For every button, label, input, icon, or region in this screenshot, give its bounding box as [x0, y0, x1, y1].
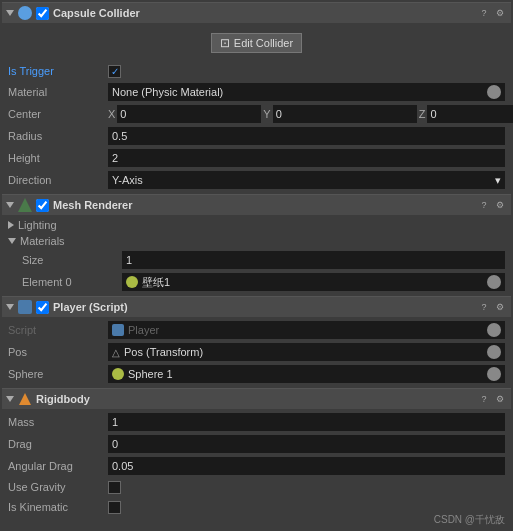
mass-input[interactable]	[108, 413, 505, 431]
collapse-arrow-icon	[6, 10, 14, 16]
direction-row: Direction Y-Axis ▾	[2, 169, 511, 191]
edit-collider-label: Edit Collider	[234, 37, 293, 49]
script-icon	[112, 324, 124, 336]
element0-inner: 壁纸1	[126, 275, 170, 290]
lighting-arrow-icon	[8, 221, 14, 229]
player-script-title: Player (Script)	[53, 301, 473, 313]
capsule-collider-enabled-checkbox[interactable]	[36, 7, 49, 20]
sphere-pick-icon[interactable]	[487, 367, 501, 381]
edit-collider-button[interactable]: ⊡ Edit Collider	[211, 33, 302, 53]
direction-dropdown-icon: ▾	[495, 174, 501, 187]
settings-icon[interactable]: ⚙	[493, 6, 507, 20]
capsule-collider-icons: ? ⚙	[477, 6, 507, 20]
is-kinematic-label: Is Kinematic	[8, 501, 108, 513]
materials-arrow-icon	[8, 238, 16, 244]
sphere-icon	[112, 368, 124, 380]
sphere-value: Sphere 1	[128, 368, 173, 380]
lighting-section[interactable]: Lighting	[2, 217, 511, 233]
height-input[interactable]	[108, 149, 505, 167]
pos-value: Pos (Transform)	[124, 346, 203, 358]
capsule-collider-icon	[18, 6, 32, 20]
edit-collider-icon: ⊡	[220, 36, 230, 50]
center-y-field: Y	[263, 105, 416, 123]
element0-value-container: 壁纸1	[122, 273, 505, 291]
center-x-input[interactable]	[117, 105, 261, 123]
angular-drag-label: Angular Drag	[8, 460, 108, 472]
radius-label: Radius	[8, 130, 108, 142]
edit-collider-row: ⊡ Edit Collider	[2, 25, 511, 61]
pos-row: Pos △ Pos (Transform)	[2, 341, 511, 363]
drag-input[interactable]	[108, 435, 505, 453]
drag-label: Drag	[8, 438, 108, 450]
pos-pick-icon[interactable]	[487, 345, 501, 359]
is-kinematic-checkbox[interactable]	[108, 501, 121, 514]
rigidbody-settings-icon[interactable]: ⚙	[493, 392, 507, 406]
use-gravity-checkbox[interactable]	[108, 481, 121, 494]
angular-drag-input[interactable]	[108, 457, 505, 475]
mesh-renderer-enabled-checkbox[interactable]	[36, 199, 49, 212]
rigidbody-icons: ? ⚙	[477, 392, 507, 406]
watermark: CSDN @千忧敌	[434, 513, 505, 527]
is-trigger-label: Is Trigger	[8, 65, 108, 77]
player-script-component: Player (Script) ? ⚙ Script Player Pos	[2, 296, 511, 387]
help-icon[interactable]: ?	[477, 6, 491, 20]
svg-marker-0	[19, 393, 31, 405]
sphere-value-container: Sphere 1	[108, 365, 505, 383]
script-pick-icon[interactable]	[487, 323, 501, 337]
mesh-renderer-header[interactable]: Mesh Renderer ? ⚙	[2, 194, 511, 215]
size-label: Size	[22, 254, 122, 266]
rigidbody-header[interactable]: Rigidbody ? ⚙	[2, 388, 511, 409]
script-value-container: Player	[108, 321, 505, 339]
center-xyz: X Y Z	[108, 105, 513, 123]
element0-pick-icon[interactable]	[487, 275, 501, 289]
y-label: Y	[263, 108, 270, 120]
pos-value-container: △ Pos (Transform)	[108, 343, 505, 361]
material-label: Material	[8, 86, 108, 98]
radius-input[interactable]	[108, 127, 505, 145]
center-z-field: Z	[419, 105, 513, 123]
sphere-label: Sphere	[8, 368, 108, 380]
is-trigger-checkbox[interactable]	[108, 65, 121, 78]
material-value-container: None (Physic Material)	[108, 83, 505, 101]
player-collapse-arrow-icon	[6, 304, 14, 310]
rigidbody-help-icon[interactable]: ?	[477, 392, 491, 406]
center-x-field: X	[108, 105, 261, 123]
material-pick-icon[interactable]	[487, 85, 501, 99]
materials-section[interactable]: Materials	[2, 233, 511, 249]
mass-row: Mass	[2, 411, 511, 433]
mesh-renderer-title: Mesh Renderer	[53, 199, 473, 211]
is-kinematic-checkbox-container	[108, 501, 121, 514]
player-script-body: Script Player Pos △ Pos (Transform)	[2, 317, 511, 387]
size-input[interactable]	[122, 251, 505, 269]
pos-inner: △ Pos (Transform)	[112, 346, 203, 358]
element0-value: 壁纸1	[142, 275, 170, 290]
inspector: Capsule Collider ? ⚙ ⊡ Edit Collider Is …	[0, 0, 513, 522]
player-script-enabled-checkbox[interactable]	[36, 301, 49, 314]
direction-label: Direction	[8, 174, 108, 186]
drag-row: Drag	[2, 433, 511, 455]
mesh-settings-icon[interactable]: ⚙	[493, 198, 507, 212]
center-y-input[interactable]	[273, 105, 417, 123]
use-gravity-label: Use Gravity	[8, 481, 108, 493]
rigidbody-component: Rigidbody ? ⚙ Mass Drag Angular Drag Use…	[2, 388, 511, 519]
is-trigger-row: Is Trigger	[2, 61, 511, 81]
script-value: Player	[128, 324, 159, 336]
center-z-input[interactable]	[427, 105, 513, 123]
mesh-renderer-component: Mesh Renderer ? ⚙ Lighting Materials Siz…	[2, 194, 511, 295]
height-label: Height	[8, 152, 108, 164]
sphere-inner: Sphere 1	[112, 368, 173, 380]
z-label: Z	[419, 108, 426, 120]
mesh-help-icon[interactable]: ?	[477, 198, 491, 212]
height-row: Height	[2, 147, 511, 169]
x-label: X	[108, 108, 115, 120]
script-row: Script Player	[2, 319, 511, 341]
mesh-collapse-arrow-icon	[6, 202, 14, 208]
angular-drag-row: Angular Drag	[2, 455, 511, 477]
player-script-header[interactable]: Player (Script) ? ⚙	[2, 296, 511, 317]
player-help-icon[interactable]: ?	[477, 300, 491, 314]
capsule-collider-header[interactable]: Capsule Collider ? ⚙	[2, 2, 511, 23]
direction-select[interactable]: Y-Axis ▾	[108, 171, 505, 189]
capsule-collider-title: Capsule Collider	[53, 7, 473, 19]
player-settings-icon[interactable]: ⚙	[493, 300, 507, 314]
center-label: Center	[8, 108, 108, 120]
